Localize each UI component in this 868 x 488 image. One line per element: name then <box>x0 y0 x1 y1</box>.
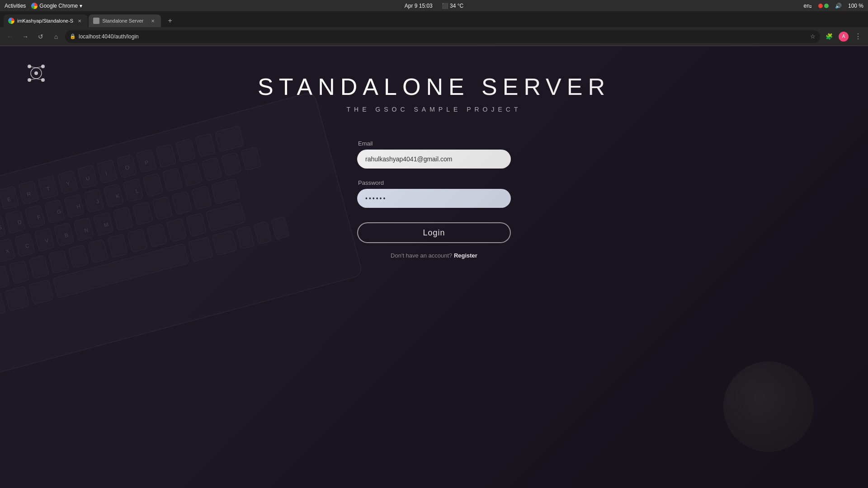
os-browser-chevron[interactable]: ▾ <box>80 3 82 9</box>
os-datetime: Apr 9 15:03 <box>405 3 433 9</box>
os-temperature: ⬛ 34 °C <box>442 3 463 9</box>
login-background: QWE RTY UIO P ASD FGH JKL ZXC VBN M <box>0 46 868 488</box>
os-topbar-left: Activities Google Chrome ▾ <box>5 3 82 9</box>
os-topbar-center: Apr 9 15:03 ⬛ 34 °C <box>405 3 464 9</box>
tab-bar: imKashyap/Standalone-S ✕ Standalone Serv… <box>0 11 868 27</box>
reload-button[interactable]: ↺ <box>34 30 47 43</box>
os-activities-label[interactable]: Activities <box>5 3 26 9</box>
tab2-title: Standalone Server <box>102 18 146 23</box>
extensions-button[interactable]: 🧩 <box>823 30 835 43</box>
tab-1[interactable]: imKashyap/Standalone-S ✕ <box>4 14 88 27</box>
account-button[interactable]: A <box>837 30 850 43</box>
keyboard-svg: QWE RTY UIO P ASD FGH JKL ZXC VBN M <box>0 46 396 432</box>
tab2-favicon-icon <box>93 18 99 24</box>
os-topbar-right: en₂ 🔊 100 % <box>804 3 863 9</box>
lock-icon: 🔒 <box>70 33 76 39</box>
os-volume-icon[interactable]: 🔊 <box>835 3 842 9</box>
url-text: localhost:4040/auth/login <box>79 33 807 40</box>
star-icon[interactable]: ☆ <box>810 33 816 40</box>
url-bar[interactable]: 🔒 localhost:4040/auth/login ☆ <box>65 30 820 43</box>
address-bar-right: 🧩 A ⋮ <box>823 30 864 43</box>
chrome-favicon-icon: Google Chrome ▾ <box>31 3 82 9</box>
tray-dot-red <box>818 4 823 8</box>
forward-button[interactable]: → <box>19 30 32 43</box>
tray-dots <box>818 4 829 8</box>
home-button[interactable]: ⌂ <box>50 30 62 43</box>
address-bar: ← → ↺ ⌂ 🔒 localhost:4040/auth/login ☆ 🧩 … <box>0 27 868 46</box>
profile-avatar[interactable]: A <box>839 32 849 42</box>
svg-point-91 <box>34 71 38 75</box>
coffee-cup-decoration <box>723 361 814 452</box>
back-button[interactable]: ← <box>4 30 16 43</box>
os-browser-name: Google Chrome <box>39 3 78 9</box>
tab1-close-button[interactable]: ✕ <box>76 17 83 24</box>
os-lang[interactable]: en₂ <box>804 3 812 9</box>
page-content: QWE RTY UIO P ASD FGH JKL ZXC VBN M <box>0 46 868 488</box>
tab1-title: imKashyap/Standalone-S <box>17 18 73 23</box>
os-battery: 100 % <box>848 3 863 9</box>
tab-2[interactable]: Standalone Server ✕ <box>89 14 161 27</box>
new-tab-button[interactable]: + <box>164 14 176 27</box>
chrome-window: imKashyap/Standalone-S ✕ Standalone Serv… <box>0 11 868 488</box>
app-logo <box>23 60 50 89</box>
menu-button[interactable]: ⋮ <box>852 30 864 43</box>
tab1-favicon-icon <box>8 18 14 24</box>
tray-dot-green <box>824 4 829 8</box>
os-topbar: Activities Google Chrome ▾ Apr 9 15:03 ⬛… <box>0 0 868 11</box>
tab2-close-button[interactable]: ✕ <box>149 17 156 24</box>
